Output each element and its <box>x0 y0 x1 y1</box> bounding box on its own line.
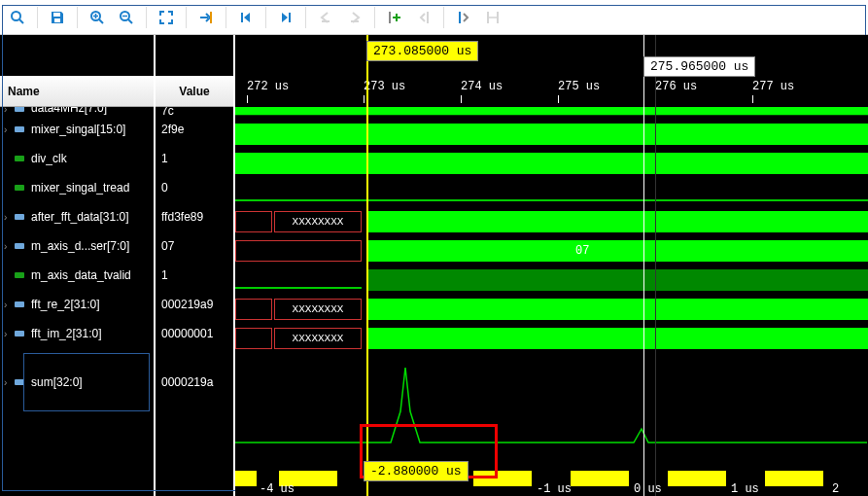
ruler-tick-bottom: 0 us <box>634 482 662 496</box>
time-ruler-bottom[interactable]: -4 us -1 us 0 us 1 us 2 <box>235 467 868 496</box>
ruler-tick-bottom: -1 us <box>537 482 572 496</box>
wave-mixer-tread[interactable] <box>235 178 868 207</box>
xxxxxxxx-label: XXXXXXXX <box>293 333 344 344</box>
marker-primary-label[interactable]: 273.085000 us <box>366 41 478 61</box>
ruler-tick: 277 us <box>752 80 794 93</box>
main-content: Name ›data4MHz[7:0]›mixer_singal[15:0]di… <box>0 35 868 496</box>
wave-mixer-singal[interactable] <box>235 120 868 149</box>
wave-after-fft[interactable]: XXXXXXXX <box>235 207 868 236</box>
ruler-tick: 274 us <box>461 80 503 93</box>
signal-value[interactable]: 0000219a <box>156 348 233 416</box>
waveform-area[interactable]: 273.085000 us 275.965000 us 272 us 273 u… <box>235 35 868 496</box>
wave-tvalid[interactable] <box>235 266 868 295</box>
ruler-tick: 276 us <box>655 80 697 93</box>
wave-div-clk[interactable] <box>235 149 868 178</box>
waveform-rows: XXXXXXXX 07 XXXXXXXX <box>235 107 868 450</box>
wave-sum-analog[interactable] <box>235 353 868 450</box>
ruler-tick-bottom: 1 us <box>731 482 759 496</box>
signal-value-panel: Value 7c2f9e10ffd3fe89071000219a90000000… <box>156 35 235 496</box>
ruler-tick-bottom: -4 us <box>260 482 295 496</box>
ruler-tick-bottom: 2 <box>832 482 839 496</box>
ruler-tick: 272 us <box>247 80 289 93</box>
wave-fft-re[interactable]: XXXXXXXX <box>235 295 868 324</box>
marker-secondary-label[interactable]: 275.965000 us <box>643 56 755 77</box>
marker-delta-label: -2.880000 us <box>364 461 469 481</box>
wave-tuser[interactable]: 07 <box>235 236 868 266</box>
wave-data4mhz[interactable] <box>235 107 868 115</box>
cursor-secondary[interactable] <box>643 35 644 496</box>
ruler-tick: 273 us <box>364 80 405 93</box>
wave-fft-im[interactable]: XXXXXXXX <box>235 324 868 353</box>
bus-value-07: 07 <box>575 244 589 258</box>
xxxxxxxx-label: XXXXXXXX <box>293 216 344 228</box>
xxxxxxxx-label: XXXXXXXX <box>293 303 344 315</box>
ruler-tick: 275 us <box>558 80 600 93</box>
time-ruler-top[interactable]: 272 us 273 us 274 us 275 us 276 us 277 u… <box>235 76 868 103</box>
